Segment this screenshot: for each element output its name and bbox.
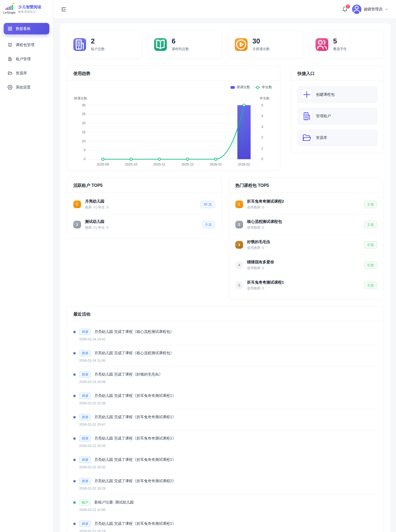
users-icon [316,38,328,51]
activity-time: 2026-02-24 14:42 [79,337,377,341]
user-icon [352,5,361,14]
brand-subtitle: 服务管理后台 [18,10,41,14]
activity-row: 授课 月亮幼儿园 完成了课程《折耳兔奇奇测试课程1》 2026-02-21 20… [73,516,377,532]
svg-text:25: 25 [82,112,86,116]
quick-entry-card: 快捷入口 创建课程包 管理租户 [291,66,384,153]
rank-badge: 1 [235,200,243,208]
sidebar-item[interactable]: 资源库 [4,67,49,79]
user-menu[interactable]: 超级管理员 [352,5,389,14]
hot-courses-list: 1 折耳兔奇奇测试课程2 使用教师: 0 2 次 2 [229,193,383,299]
brand-title: 少儿智慧阅读 [18,5,41,10]
svg-text:30: 30 [82,103,86,107]
activity-row: 租户 新租户注册: 测试幼儿园 2026-02-22 11:56 [73,495,377,516]
logo-leaf-icon [12,2,15,5]
tenant-row: 2 测试幼儿园 教师: 0 | 学生: 0 0 次 [73,215,215,235]
activity-tag: 授课 [79,350,91,356]
chart-body: 授课次数 学生数 051015202530012345授课次数学生数2025 [67,81,280,170]
svg-text:10: 10 [82,139,86,143]
quick-entry-item[interactable]: 资源库 [297,129,378,146]
sidebar-item[interactable]: 租户管理 [4,53,49,65]
stats-row: 2 租户总数 6 课程包总数 [67,30,384,59]
plus-icon [302,90,312,100]
building-icon [73,38,86,51]
activity-tag: 授课 [79,521,91,527]
activity-dot [73,437,76,440]
stat-card: 2 租户总数 [67,30,142,59]
legend-item: 授课次数 [231,85,250,90]
tenant-meta: 教师: 0 | 学生: 0 [85,225,108,230]
activity-time: 2026-02-22 19:32 [79,465,377,469]
usage-count-badge: 30 次 [200,201,215,208]
sidebar-item[interactable]: 课程包管理 [4,39,49,51]
activity-text: 新租户注册: 测试幼儿园 [94,500,134,505]
stat-value: 5 [333,38,347,45]
stat-label: 月授课次数 [252,47,270,51]
recent-activity-list: 授课 月亮幼儿园 完成了课程《核心流程测试课程包》 2026-02-24 14:… [67,321,383,532]
tenant-name: 测试幼儿园 [85,219,108,224]
course-meta: 使用教师: 0 [247,286,284,291]
topbar-right: 5 超级管理员 [342,5,389,14]
user-name: 超级管理员 [364,7,382,12]
usage-count-badge: 0 次 [364,261,377,269]
chart-legend: 授课次数 学生数 [231,85,272,90]
course-meta: 使用教师: 0 [247,246,270,250]
activity-tag: 授课 [79,329,91,335]
book-icon [7,42,13,47]
sidebar-item[interactable]: 系统设置 [4,82,49,93]
quick-entry-item[interactable]: 创建课程包 [297,86,378,103]
logo-icon: LeSingle [3,4,15,14]
building-icon [302,111,312,121]
sidebar-item-label: 课程包管理 [16,43,34,47]
legend-item: 学生数 [255,85,272,90]
sidebar-collapse-icon[interactable] [61,6,67,12]
activity-tag: 授课 [79,393,91,399]
svg-text:2025-09: 2025-09 [97,163,109,166]
activity-time: 2026-02-22 20:47 [79,423,377,426]
quick-entry-label: 创建课程包 [316,92,335,97]
rank-badge: 1 [73,200,81,208]
stat-label: 覆盖学生 [333,47,347,51]
activity-dot [73,480,76,482]
course-name: 猜猜我有多爱你 [247,260,274,265]
dashboard-icon [7,26,13,31]
activity-dot [73,331,76,333]
topbar: 5 超级管理员 [53,0,396,19]
activity-dot [73,523,76,525]
quick-entry-item[interactable]: 管理租户 [297,108,378,125]
activity-tag: 授课 [79,371,91,378]
quick-entry-body: 创建课程包 管理租户 资源库 [291,81,384,153]
activity-text: 月亮幼儿园 完成了课程《折耳兔奇奇测试课程1》 [94,415,176,420]
activity-text: 月亮幼儿园 完成了课程《折耳兔奇奇测试课程1》 [94,457,176,462]
activity-time: 2026-02-21 20:19 [79,529,377,532]
notification-bell-icon[interactable]: 5 [342,6,348,12]
activity-dot [73,373,76,376]
usage-trend-card: 使用趋势 授课次数 [67,66,280,171]
course-name: 核心流程测试课程包 [247,219,282,224]
activity-text: 月亮幼儿园 完成了课程《核心流程测试课程包》 [94,351,174,356]
activity-text: 月亮幼儿园 完成了课程《折耳兔奇奇测试课程1》 [94,393,176,398]
hot-courses-title: 热门课程包 TOP5 [229,178,383,193]
usage-count-badge: 2 次 [364,221,377,228]
legend-label: 学生数 [262,85,272,90]
stat-value: 6 [172,38,189,45]
svg-text:2: 2 [261,136,263,139]
stat-card: 6 课程包总数 [147,30,222,59]
activity-row: 授课 月亮幼儿园 完成了课程《折耳兔奇奇测试课程2》 2026-02-22 15… [73,473,377,495]
recent-activity-title: 最近活动 [67,307,383,321]
activity-dot [73,459,76,461]
activity-dot [73,395,76,397]
sidebar-item[interactable]: 数据看板 [4,23,49,34]
quick-entry-title: 快捷入口 [291,66,384,81]
activity-text: 月亮幼儿园 完成了课程《折耳兔奇奇测试课程2》 [94,479,176,483]
legend-label: 授课次数 [237,85,250,90]
book-icon [154,38,167,51]
legend-swatch [255,87,260,88]
brand-text: 少儿智慧阅读 服务管理后台 [18,5,41,14]
logo-bars-icon [3,4,15,10]
stat-label: 课程包总数 [172,47,189,51]
activity-row: 授课 月亮幼儿园 完成了课程《折耳兔奇奇测试课程1》 2026-02-22 19… [73,452,377,473]
course-row: 3 好饿的毛毛虫 使用教师: 0 0 次 [235,235,377,255]
activity-dot [73,416,76,418]
sidebar-item-label: 数据看板 [16,26,31,31]
activity-row: 授课 月亮幼儿园 完成了课程《好饿的毛毛虫》 2026-02-23 20:06 [73,367,377,388]
